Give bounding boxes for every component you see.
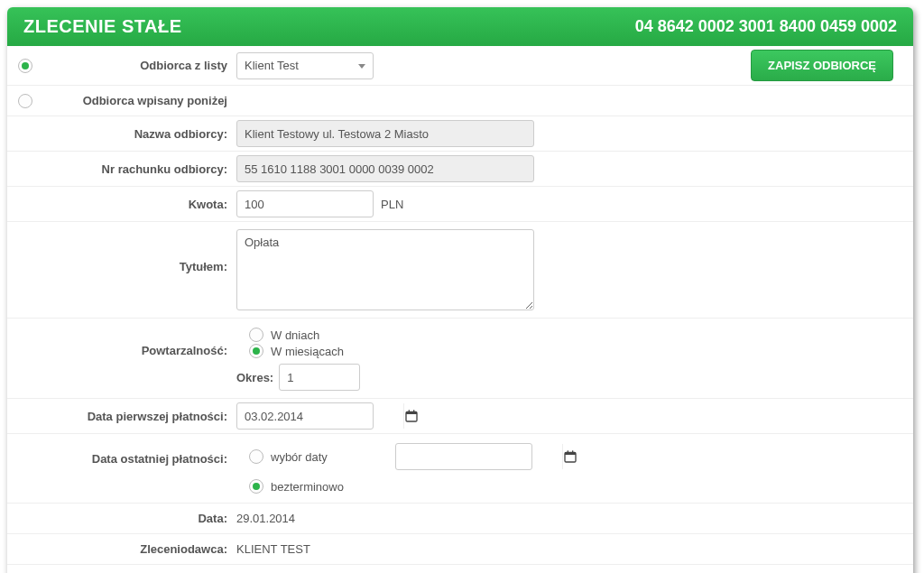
radio-recurrence-days[interactable] (249, 328, 263, 342)
account-number: 04 8642 0002 3001 8400 0459 0002 (635, 17, 897, 36)
standing-order-panel: ZLECENIE STAŁE 04 8642 0002 3001 8400 04… (7, 7, 913, 573)
page-title: ZLECENIE STAŁE (23, 16, 182, 37)
period-input[interactable] (279, 364, 360, 391)
label-recipient-manual: Odbiorca wpisany poniżej (43, 94, 236, 107)
label-orderer: Zleceniodawca: (7, 537, 236, 561)
label-title: Tytułem: (7, 222, 236, 279)
svg-rect-5 (565, 452, 576, 455)
label-recipient-account: Nr rachunku odbiorcy: (7, 157, 236, 181)
label-last-payment: Data ostatniej płatności: (7, 434, 236, 471)
label-in-months: W miesiącach (271, 345, 344, 358)
svg-rect-7 (572, 450, 573, 453)
recipient-name-input (236, 120, 534, 147)
row-last-payment: Data ostatniej płatności: wybór daty bez… (7, 434, 913, 504)
recipient-account-input (236, 155, 534, 182)
svg-rect-3 (413, 410, 414, 412)
row-recipient-from-list: Odbiorca z listy Klient Test ZAPISZ ODBI… (7, 46, 913, 86)
panel-header: ZLECENIE STAŁE 04 8642 0002 3001 8400 04… (7, 7, 913, 46)
label-period: Okres: (236, 371, 273, 384)
radio-last-payment-pick-date[interactable] (249, 449, 263, 464)
row-recipient-name: Nazwa odbiorcy: (7, 116, 913, 152)
title-textarea[interactable] (236, 229, 534, 310)
label-recipient-from-list: Odbiorca z listy (43, 59, 236, 72)
row-recurrence: Powtarzalność: W dniach W miesiącach Okr… (7, 319, 913, 399)
label-recurrence: Powtarzalność: (7, 319, 236, 363)
amount-input[interactable] (236, 190, 374, 217)
svg-rect-2 (409, 410, 410, 412)
row-amount: Kwota: PLN (7, 187, 913, 222)
recipient-select[interactable]: Klient Test (236, 52, 374, 79)
label-date: Data: (7, 506, 236, 531)
row-orderer: Zleceniodawca: KLIENT TEST (7, 534, 913, 565)
radio-recipient-manual[interactable] (18, 94, 32, 108)
row-recipient-account: Nr rachunku odbiorcy: (7, 152, 913, 187)
radio-recipient-from-list[interactable] (18, 59, 32, 73)
label-pick-date: wybór daty (271, 450, 361, 464)
row-recipient-manual: Odbiorca wpisany poniżej (7, 86, 913, 116)
svg-rect-1 (406, 411, 417, 414)
currency-label: PLN (381, 198, 403, 211)
save-recipient-button[interactable]: ZAPISZ ODBIORCĘ (751, 50, 893, 81)
orderer-value: KLIENT TEST (236, 542, 310, 556)
last-payment-date-picker[interactable] (395, 443, 532, 470)
label-indefinitely: bezterminowo (271, 480, 344, 494)
label-recipient-name: Nazwa odbiorcy: (7, 122, 236, 146)
first-payment-date-picker[interactable] (236, 402, 374, 430)
action-button-bar: ZREZYGNUJ ZAŁÓŻ ZLECENIE (7, 565, 913, 573)
label-amount: Kwota: (7, 192, 236, 217)
radio-last-payment-indefinitely[interactable] (249, 479, 263, 494)
chevron-down-icon (358, 64, 365, 69)
row-title: Tytułem: (7, 222, 913, 319)
row-first-payment: Data pierwszej płatności: (7, 399, 913, 434)
calendar-icon[interactable] (562, 444, 578, 469)
svg-rect-6 (568, 450, 568, 453)
date-value: 29.01.2014 (236, 512, 295, 525)
label-in-days: W dniach (271, 328, 319, 342)
first-payment-date-input[interactable] (237, 403, 403, 429)
label-first-payment: Data pierwszej płatności: (7, 404, 236, 429)
recipient-select-value: Klient Test (245, 59, 299, 72)
last-payment-date-input[interactable] (396, 444, 562, 469)
row-date: Data: 29.01.2014 (7, 504, 913, 534)
radio-recurrence-months[interactable] (249, 344, 263, 358)
calendar-icon[interactable] (403, 403, 419, 429)
